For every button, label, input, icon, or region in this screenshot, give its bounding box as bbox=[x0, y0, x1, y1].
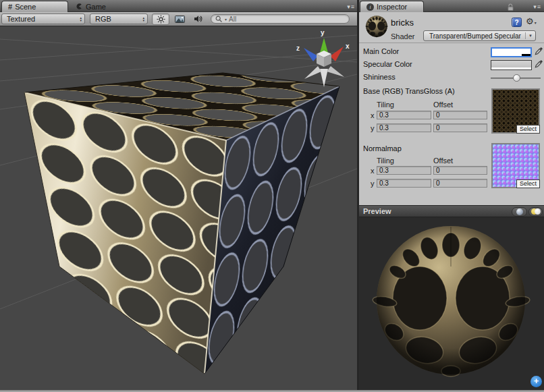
preview-header[interactable]: Preview bbox=[359, 205, 544, 217]
specular-color-alpha-bar bbox=[491, 67, 531, 69]
help-button[interactable]: ? bbox=[512, 18, 522, 27]
game-pacman-icon bbox=[76, 3, 83, 10]
scene-viewport[interactable]: y x z bbox=[0, 26, 357, 390]
specular-color-label: Specular Color bbox=[363, 60, 412, 68]
scene-panel-menu-icon[interactable]: ▾≡ bbox=[347, 3, 355, 10]
scene-tabstrip: # Scene Game ▾≡ bbox=[0, 0, 357, 12]
scene-search-field[interactable]: ▾ All bbox=[211, 14, 350, 24]
normal-map-thumbnail[interactable]: Select bbox=[491, 143, 540, 188]
channel-mode-value: RGB bbox=[95, 15, 111, 23]
tab-scene[interactable]: # Scene bbox=[1, 1, 68, 12]
normal-offset-y-field[interactable] bbox=[433, 179, 487, 188]
shininess-label: Shininess bbox=[363, 73, 396, 81]
preview-add-button[interactable]: + bbox=[531, 376, 542, 387]
shininess-thumb[interactable] bbox=[513, 74, 520, 82]
specular-color-eyedropper-icon[interactable] bbox=[535, 59, 543, 69]
main-color-label: Main Color bbox=[363, 47, 399, 55]
base-y-label: y bbox=[371, 124, 375, 132]
gizmo-x-label: x bbox=[346, 43, 350, 50]
scene-grid-icon: # bbox=[8, 3, 12, 11]
gizmo-z-label: z bbox=[296, 45, 300, 52]
main-color-eyedropper-icon[interactable] bbox=[535, 47, 543, 56]
main-color-swatch[interactable] bbox=[491, 47, 532, 57]
dropdown-arrows-icon: ▴▾ bbox=[76, 16, 82, 22]
material-sphere-thumbnail bbox=[364, 15, 389, 38]
render-mode-dropdown[interactable]: Textured ▴▾ bbox=[1, 13, 85, 24]
render-mode-value: Textured bbox=[7, 15, 35, 23]
help-question-icon: ? bbox=[514, 19, 518, 26]
normal-tiling-x-field[interactable] bbox=[377, 166, 431, 175]
normal-offset-label: Offset bbox=[433, 157, 453, 165]
scene-lighting-toggle[interactable] bbox=[152, 13, 169, 25]
info-icon: i bbox=[366, 3, 374, 11]
tab-game[interactable]: Game bbox=[70, 1, 134, 12]
specular-color-swatch[interactable] bbox=[491, 60, 532, 70]
inspector-tabstrip: i Inspector ▾≡ bbox=[359, 0, 544, 12]
base-x-label: x bbox=[371, 111, 375, 119]
sun-icon bbox=[157, 15, 165, 24]
normal-tiling-y-field[interactable] bbox=[377, 179, 431, 188]
material-options-button[interactable]: ⚙ ▾ bbox=[526, 16, 537, 26]
inspector-panel-menu-icon[interactable]: ▾≡ bbox=[533, 3, 541, 10]
normal-x-label: x bbox=[371, 167, 375, 175]
gear-icon: ⚙ bbox=[526, 16, 534, 26]
normal-tiling-label: Tiling bbox=[377, 157, 394, 165]
shininess-slider[interactable] bbox=[491, 74, 541, 82]
tab-inspector[interactable]: i Inspector bbox=[360, 1, 424, 12]
base-tiling-y-field[interactable] bbox=[377, 123, 431, 132]
tab-scene-label: Scene bbox=[15, 3, 36, 11]
base-map-label: Base (RGB) TransGloss (A) bbox=[363, 87, 455, 95]
main-color-alpha-white bbox=[492, 54, 522, 56]
scene-cube-object[interactable] bbox=[24, 73, 339, 374]
search-icon bbox=[215, 16, 223, 23]
search-scope-text: All bbox=[229, 16, 236, 23]
normal-y-label: y bbox=[371, 179, 375, 188]
gizmo-y-label: y bbox=[321, 29, 325, 36]
base-offset-x-field[interactable] bbox=[433, 111, 487, 119]
preview-sphere-icon bbox=[516, 208, 523, 215]
header-divider bbox=[359, 43, 544, 43]
gizmo-x-cone[interactable] bbox=[330, 47, 344, 61]
preview-viewport[interactable]: + bbox=[359, 217, 544, 390]
base-offset-y-field[interactable] bbox=[433, 123, 487, 132]
search-filter-arrow-icon: ▾ bbox=[225, 17, 227, 22]
image-icon bbox=[175, 16, 185, 23]
tab-game-label: Game bbox=[86, 3, 106, 11]
material-inspector: bricks Shader Transparent/Bumped Specula… bbox=[359, 12, 544, 205]
scene-toolbar: Textured ▴▾ RGB ▴▾ bbox=[0, 12, 357, 26]
normal-map-select-button[interactable]: Select bbox=[516, 179, 540, 188]
preview-lighting-button[interactable] bbox=[528, 207, 543, 217]
scene-audio-toggle[interactable] bbox=[190, 13, 207, 25]
scene-panel: # Scene Game ▾≡ Textured ▴▾ RGB ▴ bbox=[0, 0, 357, 392]
base-tiling-label: Tiling bbox=[377, 101, 394, 109]
dropdown-arrows-icon: ▴▾ bbox=[138, 16, 144, 22]
preview-title: Preview bbox=[363, 207, 391, 215]
scene-skybox-toggle[interactable] bbox=[171, 13, 188, 25]
main-color-alpha-bar bbox=[492, 54, 531, 56]
normal-offset-x-field[interactable] bbox=[433, 166, 487, 175]
base-map-thumbnail[interactable]: Select bbox=[491, 88, 540, 134]
tab-inspector-label: Inspector bbox=[377, 3, 407, 11]
gear-arrow-icon: ▾ bbox=[535, 20, 537, 25]
shader-dropdown-arrow-icon: ▼ bbox=[525, 32, 533, 39]
scene-3d-render: y x z bbox=[0, 26, 357, 390]
shader-dropdown[interactable]: Transparent/Bumped Specular ▼ bbox=[423, 30, 536, 41]
base-offset-label: Offset bbox=[433, 101, 453, 109]
preview-sphere-render bbox=[359, 217, 544, 390]
channel-mode-dropdown[interactable]: RGB ▴▾ bbox=[90, 13, 148, 24]
preview-lighting-icon bbox=[531, 208, 541, 215]
base-map-select-button[interactable]: Select bbox=[516, 125, 540, 134]
shader-value: Transparent/Bumped Specular bbox=[429, 32, 521, 40]
material-name: bricks bbox=[391, 18, 414, 28]
base-tiling-x-field[interactable] bbox=[377, 111, 431, 119]
preview-mesh-button[interactable] bbox=[512, 207, 527, 217]
lock-icon[interactable] bbox=[507, 3, 514, 11]
speaker-icon bbox=[194, 15, 203, 23]
normal-map-label: Normalmap bbox=[363, 144, 402, 152]
shader-label: Shader bbox=[391, 32, 414, 40]
unity-editor-window: # Scene Game ▾≡ Textured ▴▾ RGB ▴ bbox=[0, 0, 544, 392]
inspector-panel: i Inspector ▾≡ bricks Shader Transparent… bbox=[359, 0, 544, 392]
